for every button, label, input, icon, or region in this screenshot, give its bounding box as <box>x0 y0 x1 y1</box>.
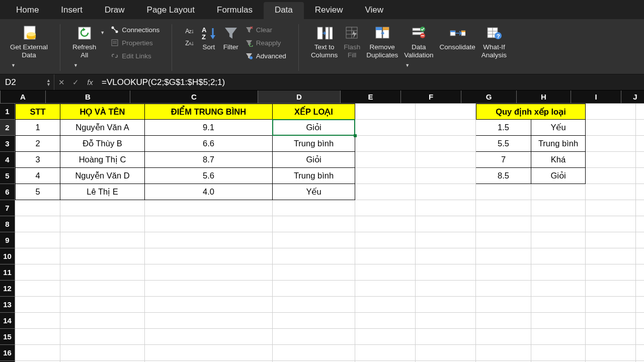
cell[interactable]: Nguyễn Văn D <box>60 168 145 184</box>
cell[interactable] <box>145 232 273 248</box>
remove-duplicates-button[interactable]: Remove Duplicates <box>363 23 401 61</box>
cell[interactable]: Trung bình <box>531 136 586 152</box>
cell[interactable] <box>355 313 416 329</box>
cell[interactable]: 8.5 <box>476 168 531 184</box>
cell[interactable] <box>273 216 355 232</box>
connections-button[interactable]: Connections <box>108 24 163 35</box>
cell[interactable] <box>586 200 636 216</box>
cell[interactable] <box>355 168 416 184</box>
cell[interactable] <box>636 281 644 297</box>
cell[interactable] <box>416 313 476 329</box>
tab-page-layout[interactable]: Page Layout <box>136 2 206 19</box>
cell[interactable] <box>273 232 355 248</box>
cell[interactable] <box>586 281 636 297</box>
cell[interactable] <box>15 200 60 216</box>
cell[interactable] <box>586 313 636 329</box>
data-validation-button[interactable]: Data Validation ▼ <box>401 23 436 71</box>
cell[interactable] <box>636 297 644 313</box>
cell[interactable] <box>355 297 416 313</box>
cell[interactable] <box>586 152 636 168</box>
cell[interactable] <box>636 120 644 136</box>
cell[interactable] <box>273 297 355 313</box>
cell[interactable] <box>355 329 416 345</box>
cell[interactable] <box>60 297 145 313</box>
cell[interactable] <box>586 232 636 248</box>
row-header-2[interactable]: 2 <box>0 120 15 136</box>
cell[interactable] <box>636 136 644 152</box>
enter-icon[interactable]: ✓ <box>68 74 83 90</box>
cell[interactable] <box>145 281 273 297</box>
cell[interactable]: Hoàng Thị C <box>60 152 145 168</box>
cell[interactable] <box>60 216 145 232</box>
cell[interactable] <box>586 264 636 281</box>
cell[interactable] <box>416 232 476 248</box>
cell[interactable] <box>355 152 416 168</box>
cell[interactable] <box>476 184 531 200</box>
cell[interactable] <box>416 248 476 264</box>
cell[interactable] <box>531 345 586 361</box>
cell[interactable] <box>273 329 355 345</box>
row-header-10[interactable]: 10 <box>0 248 15 264</box>
cell[interactable] <box>355 264 416 281</box>
col-header-G[interactable]: G <box>461 90 517 104</box>
cell[interactable] <box>476 200 531 216</box>
row-header-3[interactable]: 3 <box>0 136 15 152</box>
cell[interactable]: 5 <box>15 184 60 200</box>
cell[interactable] <box>60 329 145 345</box>
cell[interactable] <box>355 120 416 136</box>
get-external-data-button[interactable]: Get External Data ▼ <box>7 23 51 71</box>
cell[interactable]: HỌ VÀ TÊN <box>60 104 145 120</box>
cell[interactable]: XẾP LOẠI <box>273 104 355 120</box>
col-header-C[interactable]: C <box>130 90 258 104</box>
select-all-corner[interactable] <box>0 90 1 104</box>
cell[interactable]: 4.0 <box>145 184 273 200</box>
cell[interactable] <box>355 200 416 216</box>
cell[interactable]: 6.6 <box>145 136 273 152</box>
rule-header[interactable]: Quy định xếp loại <box>476 104 586 120</box>
col-header-B[interactable]: B <box>46 90 130 104</box>
row-header-6[interactable]: 6 <box>0 184 15 200</box>
cell[interactable] <box>15 297 60 313</box>
cell[interactable] <box>60 200 145 216</box>
cell[interactable] <box>586 104 636 120</box>
cell[interactable] <box>355 345 416 361</box>
tab-formulas[interactable]: Formulas <box>206 2 264 19</box>
chevron-down-icon[interactable]: ▼ <box>100 30 105 35</box>
tab-home[interactable]: Home <box>5 2 50 19</box>
cell[interactable] <box>531 264 586 281</box>
row-header-13[interactable]: 13 <box>0 297 15 313</box>
cell[interactable] <box>416 329 476 345</box>
col-header-I[interactable]: I <box>571 90 621 104</box>
cell[interactable] <box>145 329 273 345</box>
cell[interactable] <box>416 264 476 281</box>
cell[interactable] <box>273 281 355 297</box>
cell[interactable] <box>531 184 586 200</box>
row-header-15[interactable]: 15 <box>0 329 15 345</box>
cell[interactable] <box>15 248 60 264</box>
cell[interactable] <box>636 200 644 216</box>
row-header-12[interactable]: 12 <box>0 281 15 297</box>
cell[interactable] <box>145 313 273 329</box>
cell[interactable] <box>476 264 531 281</box>
cell[interactable] <box>476 281 531 297</box>
cell[interactable] <box>416 184 476 200</box>
cell[interactable] <box>273 248 355 264</box>
text-to-columns-button[interactable]: Text to Columns <box>308 23 341 61</box>
sort-asc-button[interactable]: AZ↓ <box>182 26 197 36</box>
tab-view[interactable]: View <box>354 2 395 19</box>
cell[interactable]: Giỏi <box>273 152 355 168</box>
cell[interactable]: Yếu <box>531 120 586 136</box>
cell[interactable] <box>531 297 586 313</box>
cell[interactable] <box>531 200 586 216</box>
cell[interactable] <box>273 200 355 216</box>
row-header-8[interactable]: 8 <box>0 216 15 232</box>
row-header-4[interactable]: 4 <box>0 152 15 168</box>
cell[interactable]: Lê Thị E <box>60 184 145 200</box>
cell[interactable] <box>60 345 145 361</box>
cell[interactable] <box>145 216 273 232</box>
cell[interactable] <box>15 281 60 297</box>
cell[interactable] <box>416 136 476 152</box>
sort-desc-button[interactable]: ZA↓ <box>182 38 197 48</box>
cell[interactable]: Khá <box>531 152 586 168</box>
cell[interactable] <box>416 104 476 120</box>
